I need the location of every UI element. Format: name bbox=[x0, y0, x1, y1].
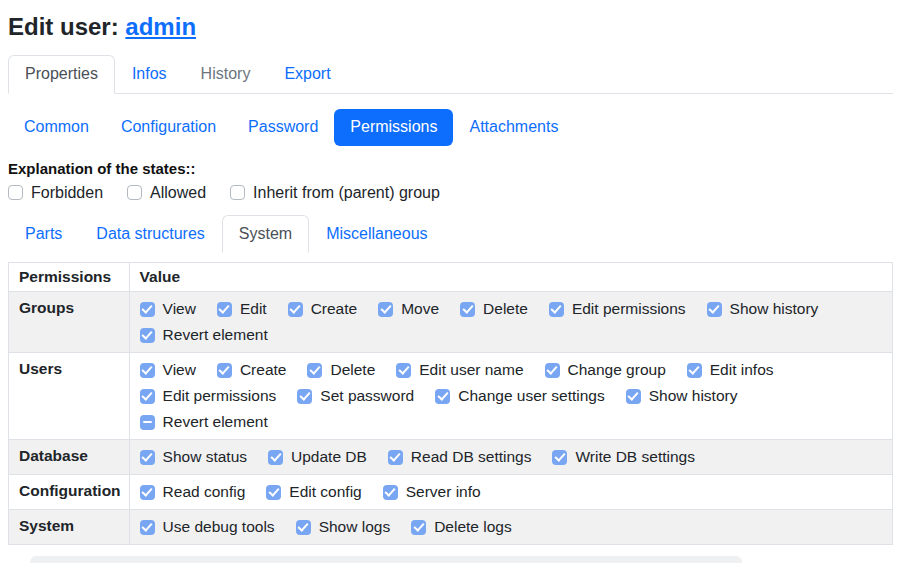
configuration-checkbox-edit-config[interactable]: Edit config bbox=[266, 483, 361, 501]
users-checkbox-view[interactable]: View bbox=[140, 361, 196, 379]
checkbox-checked-icon bbox=[545, 363, 560, 378]
pill-password[interactable]: Password bbox=[232, 109, 334, 146]
tab-item: Infos bbox=[115, 55, 184, 93]
checkbox-checked-icon bbox=[140, 302, 155, 317]
tab-properties[interactable]: Properties bbox=[8, 55, 115, 94]
groups-checkbox-delete[interactable]: Delete bbox=[460, 300, 528, 318]
checkbox-checked-icon bbox=[687, 363, 702, 378]
checkbox-label: Edit permissions bbox=[163, 387, 277, 405]
checkbox-checked-icon bbox=[378, 302, 393, 317]
users-checkbox-edit-permissions[interactable]: Edit permissions bbox=[140, 387, 277, 405]
pill-configuration[interactable]: Configuration bbox=[105, 109, 232, 146]
checkbox-checked-icon bbox=[296, 520, 311, 535]
pill-item: Configuration bbox=[105, 109, 232, 146]
checkbox-checked-icon bbox=[217, 363, 232, 378]
checkbox-checked-icon bbox=[460, 302, 475, 317]
configuration-checkbox-read-config[interactable]: Read config bbox=[140, 483, 246, 501]
page-title: Edit user: admin bbox=[8, 13, 893, 41]
checkbox-label: Edit config bbox=[289, 483, 361, 501]
groups-checkbox-move[interactable]: Move bbox=[378, 300, 439, 318]
checkbox-label: Move bbox=[401, 300, 439, 318]
checkbox-label: Set password bbox=[320, 387, 414, 405]
database-checkbox-show-status[interactable]: Show status bbox=[140, 448, 247, 466]
table-row: ConfigurationRead configEdit configServe… bbox=[9, 475, 893, 510]
perm-line: Revert element bbox=[140, 409, 882, 435]
users-checkbox-change-user-settings[interactable]: Change user settings bbox=[435, 387, 604, 405]
groups-checkbox-view[interactable]: View bbox=[140, 300, 196, 318]
groups-checkbox-edit-permissions[interactable]: Edit permissions bbox=[549, 300, 686, 318]
groups-checkbox-create[interactable]: Create bbox=[288, 300, 358, 318]
pill-item: Password bbox=[232, 109, 334, 146]
legend-checkbox-inherit-from-parent-group[interactable]: Inherit from (parent) group bbox=[230, 184, 440, 202]
checkbox-label: Read config bbox=[163, 483, 246, 501]
database-checkbox-update-db[interactable]: Update DB bbox=[268, 448, 367, 466]
checkbox-checked-icon bbox=[552, 450, 567, 465]
groups-checkbox-show-history[interactable]: Show history bbox=[707, 300, 819, 318]
checkbox-indeterminate-icon bbox=[140, 415, 155, 430]
checkbox-label: Create bbox=[240, 361, 287, 379]
permission-values-cell: ViewCreateDeleteEdit user nameChange gro… bbox=[129, 353, 892, 440]
users-checkbox-set-password[interactable]: Set password bbox=[297, 387, 414, 405]
perm-line: Use debug toolsShow logsDelete logs bbox=[140, 514, 882, 540]
checkbox-label: Server info bbox=[406, 483, 481, 501]
table-row: DatabaseShow statusUpdate DBRead DB sett… bbox=[9, 440, 893, 475]
checkbox-checked-icon bbox=[383, 485, 398, 500]
permtab-data-structures[interactable]: Data structures bbox=[79, 215, 221, 254]
pill-common[interactable]: Common bbox=[8, 109, 105, 146]
page-title-prefix: Edit user: bbox=[8, 13, 119, 40]
legend-checkbox-forbidden[interactable]: Forbidden bbox=[8, 184, 103, 202]
tab-export[interactable]: Export bbox=[267, 55, 347, 94]
pill-attachments[interactable]: Attachments bbox=[453, 109, 574, 146]
permtab-miscellaneous[interactable]: Miscellaneous bbox=[309, 215, 444, 254]
permtab-item: Parts bbox=[8, 215, 79, 254]
checkbox-label: Read DB settings bbox=[411, 448, 532, 466]
user-link[interactable]: admin bbox=[125, 13, 196, 40]
permtab-system[interactable]: System bbox=[222, 215, 309, 254]
checkbox-label: Show logs bbox=[319, 518, 391, 536]
checkbox-unchecked-icon bbox=[230, 185, 245, 200]
system-checkbox-delete-logs[interactable]: Delete logs bbox=[411, 518, 512, 536]
users-checkbox-change-group[interactable]: Change group bbox=[545, 361, 666, 379]
checkbox-checked-icon bbox=[307, 363, 322, 378]
groups-checkbox-revert-element[interactable]: Revert element bbox=[140, 326, 268, 344]
checkbox-checked-icon bbox=[297, 389, 312, 404]
users-checkbox-create[interactable]: Create bbox=[217, 361, 287, 379]
users-checkbox-edit-user-name[interactable]: Edit user name bbox=[396, 361, 523, 379]
checkbox-label: Edit infos bbox=[710, 361, 774, 379]
checkbox-checked-icon bbox=[268, 450, 283, 465]
permtab-parts[interactable]: Parts bbox=[8, 215, 79, 254]
checkbox-label: Inherit from (parent) group bbox=[253, 184, 440, 202]
system-checkbox-use-debug-tools[interactable]: Use debug tools bbox=[140, 518, 275, 536]
checkbox-label: Update DB bbox=[291, 448, 367, 466]
permission-category-tab-bar: PartsData structuresSystemMiscellaneous bbox=[8, 215, 893, 254]
perm-line: Edit permissionsSet passwordChange user … bbox=[140, 383, 882, 409]
states-legend: Explanation of the states:: ForbiddenAll… bbox=[8, 160, 893, 202]
legend-checkbox-allowed[interactable]: Allowed bbox=[127, 184, 206, 202]
checkbox-checked-icon bbox=[435, 389, 450, 404]
system-checkbox-show-logs[interactable]: Show logs bbox=[296, 518, 391, 536]
permission-values-cell: ViewEditCreateMoveDeleteEdit permissions… bbox=[129, 292, 892, 353]
checkbox-checked-icon bbox=[288, 302, 303, 317]
database-checkbox-read-db-settings[interactable]: Read DB settings bbox=[388, 448, 532, 466]
groups-checkbox-edit[interactable]: Edit bbox=[217, 300, 267, 318]
users-checkbox-revert-element[interactable]: Revert element bbox=[140, 413, 268, 431]
users-checkbox-edit-infos[interactable]: Edit infos bbox=[687, 361, 774, 379]
checkbox-label: Delete bbox=[483, 300, 528, 318]
checkbox-label: Show history bbox=[649, 387, 738, 405]
tab-item: History bbox=[184, 55, 268, 93]
checkbox-checked-icon bbox=[707, 302, 722, 317]
database-checkbox-write-db-settings[interactable]: Write DB settings bbox=[552, 448, 694, 466]
pill-item: Permissions bbox=[334, 109, 453, 146]
checkbox-checked-icon bbox=[140, 389, 155, 404]
users-checkbox-show-history[interactable]: Show history bbox=[626, 387, 738, 405]
configuration-checkbox-server-info[interactable]: Server info bbox=[383, 483, 481, 501]
perm-line: ViewCreateDeleteEdit user nameChange gro… bbox=[140, 357, 882, 383]
pill-permissions[interactable]: Permissions bbox=[334, 109, 453, 146]
tab-infos[interactable]: Infos bbox=[115, 55, 184, 94]
table-row: SystemUse debug toolsShow logsDelete log… bbox=[9, 510, 893, 545]
checkbox-checked-icon bbox=[388, 450, 403, 465]
page-container: Edit user: admin PropertiesInfosHistoryE… bbox=[8, 13, 893, 545]
users-checkbox-delete[interactable]: Delete bbox=[307, 361, 375, 379]
pill-item: Attachments bbox=[453, 109, 574, 146]
table-row: UsersViewCreateDeleteEdit user nameChang… bbox=[9, 353, 893, 440]
